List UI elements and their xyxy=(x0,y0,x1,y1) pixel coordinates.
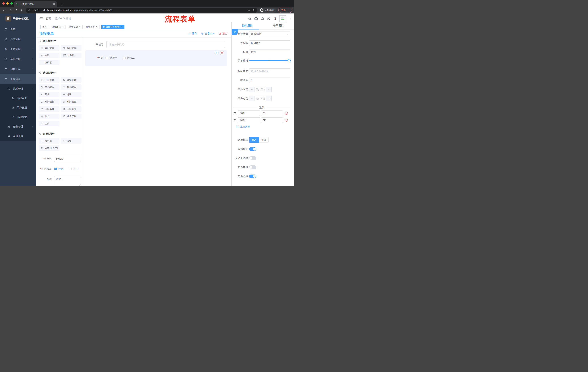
stepper-minus-button[interactable]: − xyxy=(249,96,255,101)
sidebar-item-payment[interactable]: ¥ 支付管理 xyxy=(0,44,36,54)
tag-process-model[interactable]: 流程模型 xyxy=(67,25,83,29)
help-icon[interactable] xyxy=(261,17,264,21)
phone-input[interactable] xyxy=(106,41,225,48)
window-zoom-button[interactable] xyxy=(10,2,13,5)
reload-button[interactable] xyxy=(13,8,18,12)
default-value-input[interactable] xyxy=(249,77,290,83)
component-chip-checkbox-group[interactable]: 多选框组 xyxy=(61,85,82,90)
component-chip-single-text[interactable]: 单行文本 xyxy=(39,45,60,51)
component-chip-slider[interactable]: 滑块 xyxy=(61,92,82,97)
delete-field-button[interactable] xyxy=(220,51,224,55)
gender-option1-label[interactable]: 选项一 xyxy=(110,56,117,60)
password-key-icon[interactable] xyxy=(247,9,250,11)
form-design-canvas[interactable]: *手机号 *性别 xyxy=(83,37,231,186)
label-width-input[interactable] xyxy=(249,68,290,74)
font-size-icon[interactable]: tT xyxy=(273,17,276,21)
component-chip-date-range[interactable]: 日期范围 xyxy=(61,106,82,112)
tab-close-icon[interactable] xyxy=(52,2,55,5)
gender-option2-checkbox[interactable] xyxy=(123,57,126,59)
sidebar-item-user-group[interactable]: 用户分组 xyxy=(0,103,36,112)
form-grid-slider[interactable] xyxy=(249,59,290,62)
sidebar-item-task-mgmt[interactable]: 任务管理 xyxy=(0,122,36,131)
sidebar-item-process-form[interactable]: 流程表单 xyxy=(0,94,36,103)
component-chip-cascader[interactable]: 级联选择 xyxy=(61,77,82,83)
show-label-toggle[interactable] xyxy=(249,147,256,151)
tag-close-icon[interactable] xyxy=(62,26,64,28)
sidebar-item-system[interactable]: 系统管理 xyxy=(0,34,36,44)
home-button[interactable] xyxy=(19,8,24,12)
drag-handle-icon[interactable] xyxy=(233,111,237,115)
save-button[interactable]: 保存 xyxy=(188,32,197,35)
tab-form-props[interactable]: 表单属性 xyxy=(263,22,294,29)
tag-close-icon[interactable] xyxy=(96,26,98,28)
gender-option1-checkbox[interactable] xyxy=(105,57,108,59)
status-on-label[interactable]: 开启 xyxy=(58,167,63,170)
search-icon[interactable] xyxy=(248,17,252,21)
component-chip-rate[interactable]: 评分 xyxy=(39,114,60,119)
option1-value-input[interactable] xyxy=(261,110,283,116)
disabled-toggle[interactable] xyxy=(249,165,256,169)
stepper-minus-button[interactable]: − xyxy=(249,87,255,92)
user-avatar[interactable] xyxy=(279,15,286,22)
component-chip-multi-text[interactable]: 多行文本 xyxy=(61,45,82,51)
gender-option2-label[interactable]: 选项二 xyxy=(127,56,135,60)
clear-button[interactable]: 清空 xyxy=(219,32,227,35)
window-close-button[interactable] xyxy=(2,2,5,5)
sidebar-item-process-mgmt[interactable]: 流程管理 xyxy=(0,84,36,94)
canvas-field-phone[interactable]: *手机号 xyxy=(85,41,229,48)
avatar-caret-icon[interactable] xyxy=(289,18,292,20)
component-chip-time-picker[interactable]: 时间选择 xyxy=(39,99,60,105)
sidebar-item-infra[interactable]: 基础设施 xyxy=(0,54,36,64)
tag-close-icon[interactable] xyxy=(121,26,123,28)
component-chip-date-picker[interactable]: 日期选择 xyxy=(39,106,60,112)
sidebar-collapse-icon[interactable] xyxy=(39,17,43,21)
stepper-plus-button[interactable]: + xyxy=(266,87,272,92)
remove-option-icon[interactable] xyxy=(284,118,288,122)
tag-process-form[interactable]: 流程表单 xyxy=(84,25,100,29)
sidebar-item-devtools[interactable]: 研发工具 xyxy=(0,64,36,74)
window-minimize-button[interactable] xyxy=(6,2,9,5)
component-chip-select[interactable]: 下拉选择 xyxy=(39,77,60,83)
link-tag-button[interactable] xyxy=(231,30,238,35)
fullscreen-icon[interactable] xyxy=(267,17,271,21)
forward-button[interactable] xyxy=(8,8,12,12)
title-input[interactable] xyxy=(249,50,290,55)
component-chip-upload[interactable]: 上传 xyxy=(39,121,60,126)
breadcrumb-home[interactable]: 首页 xyxy=(46,17,51,20)
drag-handle-icon[interactable] xyxy=(233,118,237,122)
component-chip-password[interactable]: 密码 xyxy=(39,53,60,58)
back-button[interactable] xyxy=(2,8,7,12)
bookmark-star-icon[interactable] xyxy=(252,9,255,11)
slider-handle[interactable] xyxy=(287,59,291,62)
tag-close-icon[interactable] xyxy=(79,26,81,28)
component-chip-button[interactable]: 按钮 xyxy=(61,138,82,144)
component-chip-counter[interactable]: 123计数器 xyxy=(61,53,82,58)
component-chip-editor[interactable]: 编辑器 xyxy=(39,60,60,65)
status-on-radio[interactable] xyxy=(54,168,57,170)
view-json-button[interactable]: 查看json xyxy=(201,32,214,35)
status-off-label[interactable]: 关闭 xyxy=(73,167,78,170)
sidebar-item-home[interactable]: 首页 xyxy=(0,24,36,34)
field-name-input[interactable] xyxy=(249,40,290,46)
min-select-input[interactable] xyxy=(255,87,266,92)
option1-label-input[interactable] xyxy=(238,110,260,116)
option2-value-input[interactable] xyxy=(261,117,283,123)
github-icon[interactable] xyxy=(254,17,258,21)
status-off-radio[interactable] xyxy=(69,168,72,170)
required-toggle[interactable] xyxy=(249,175,256,178)
remove-option-icon[interactable] xyxy=(284,111,288,115)
duplicate-field-button[interactable] xyxy=(214,51,219,55)
sidebar-item-workflow[interactable]: 工作流程 xyxy=(0,74,36,84)
component-chip-radio-group[interactable]: 单选框组 xyxy=(39,85,60,90)
option2-label-input[interactable] xyxy=(238,117,260,123)
component-chip-row-container[interactable]: 行容器 xyxy=(39,138,60,144)
component-chip-switch[interactable]: 开关 xyxy=(39,92,60,97)
canvas-field-gender-selected[interactable]: *性别 选项一 选项二 xyxy=(85,50,227,66)
stepper-plus-button[interactable]: + xyxy=(266,96,272,101)
style-button-button[interactable]: 按钮 xyxy=(259,137,269,143)
tag-process-form-edit[interactable]: 流程表单-编辑 xyxy=(101,25,125,29)
tab-component-props[interactable]: 组件属性 xyxy=(231,22,263,29)
new-tab-button[interactable] xyxy=(60,2,64,6)
with-border-toggle[interactable] xyxy=(249,156,256,160)
tag-process-definition[interactable]: 流程定义 xyxy=(50,25,65,29)
